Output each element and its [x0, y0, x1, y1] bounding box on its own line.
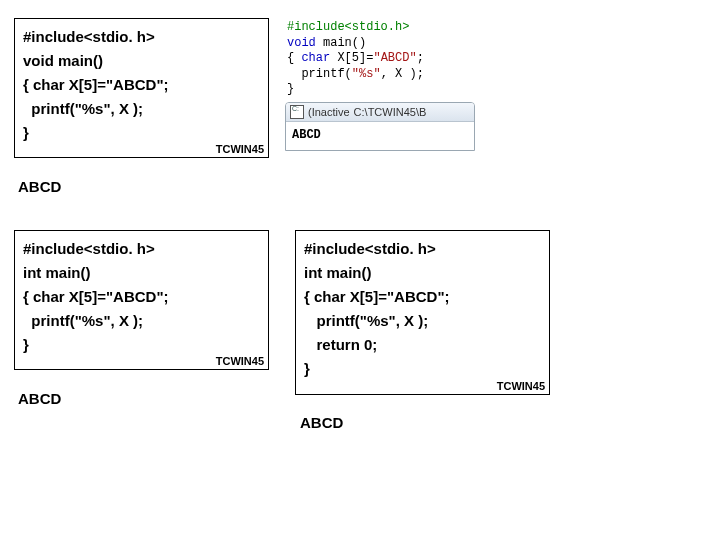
code-line: { char X[5]="ABCD"; [23, 73, 260, 97]
ide-screenshot: #include<stdio.h> void main() { char X[5… [285, 18, 475, 151]
title-path: C:\TCWIN45\B [354, 106, 427, 118]
ide-editor: #include<stdio.h> void main() { char X[5… [285, 18, 475, 102]
code-line: } [23, 121, 260, 145]
code-line: printf("%s", X ); [23, 309, 260, 333]
code-line: printf("%s", X ); [304, 309, 541, 333]
code-line: #include<stdio. h> [23, 237, 260, 261]
code-line: { char X[5]="ABCD"; [23, 285, 260, 309]
title-prefix: (Inactive [308, 106, 350, 118]
compiler-tag: TCWIN45 [216, 355, 264, 367]
code-box-3: #include<stdio. h> int main() { char X[5… [295, 230, 550, 395]
code-line: #include<stdio. h> [23, 25, 260, 49]
ide-kw-void: void [287, 36, 316, 50]
code-line: } [304, 357, 541, 381]
compiler-tag: TCWIN45 [216, 143, 264, 155]
output-text-1: ABCD [18, 178, 61, 195]
code-box-2: #include<stdio. h> int main() { char X[5… [14, 230, 269, 370]
code-line: } [23, 333, 260, 357]
output-text-2: ABCD [18, 390, 61, 407]
console-titlebar: (Inactive C:\TCWIN45\B [286, 103, 474, 122]
ide-line-include: #include<stdio.h> [287, 20, 409, 34]
code-line: void main() [23, 49, 260, 73]
code-line: printf("%s", X ); [23, 97, 260, 121]
code-line: #include<stdio. h> [304, 237, 541, 261]
code-line: int main() [23, 261, 260, 285]
console-window: (Inactive C:\TCWIN45\B ABCD [285, 102, 475, 151]
cmd-icon [290, 105, 304, 119]
output-text-3: ABCD [300, 414, 343, 431]
code-line: { char X[5]="ABCD"; [304, 285, 541, 309]
code-line: return 0; [304, 333, 541, 357]
ide-kw-char: char [301, 51, 330, 65]
console-output: ABCD [286, 122, 474, 150]
compiler-tag: TCWIN45 [497, 380, 545, 392]
code-line: int main() [304, 261, 541, 285]
code-box-1: #include<stdio. h> void main() { char X[… [14, 18, 269, 158]
